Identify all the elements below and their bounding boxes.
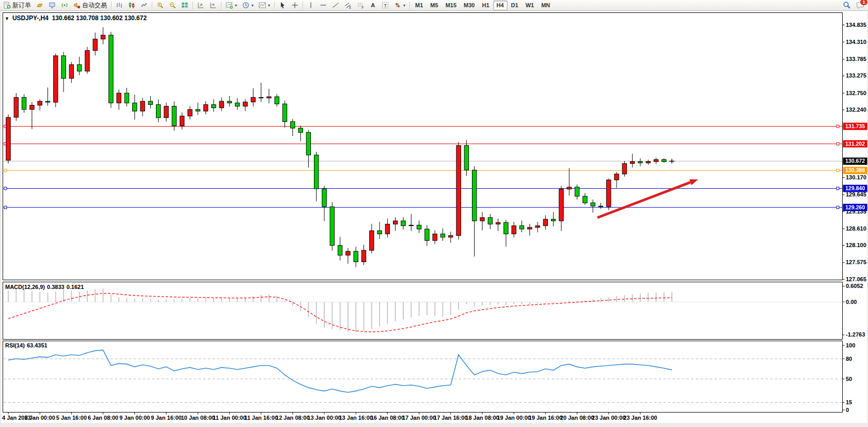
autotrading-button[interactable]: 自动交易 <box>71 0 109 11</box>
new-chart-dropdown[interactable]: ▾ <box>223 0 240 11</box>
tf-m1-button[interactable]: M1 <box>412 1 427 10</box>
tf-m30-button[interactable]: M30 <box>460 1 478 10</box>
toolbar-separator <box>303 2 303 9</box>
line-handle[interactable] <box>837 143 839 145</box>
candle-up <box>117 93 121 103</box>
mql-market-icon[interactable] <box>34 0 46 11</box>
line-handle[interactable] <box>837 125 839 128</box>
candle-down <box>227 101 231 103</box>
tile-windows-icon[interactable] <box>179 0 191 11</box>
svg-text:129.645: 129.645 <box>846 191 866 197</box>
svg-text:127.575: 127.575 <box>846 259 866 265</box>
tf-m15-button[interactable]: M15 <box>442 1 460 10</box>
search-button[interactable] <box>840 0 854 11</box>
label-icon[interactable]: T <box>379 0 391 11</box>
svg-text:0: 0 <box>846 407 849 413</box>
horizontal-line-icon[interactable] <box>317 0 329 11</box>
tf-mn-button[interactable]: MN <box>538 1 554 10</box>
candle-down <box>314 155 319 189</box>
cursor-icon[interactable] <box>276 0 289 11</box>
candle-down <box>306 132 310 155</box>
candle-down <box>291 121 295 128</box>
new-order-button[interactable]: 新订单 <box>1 0 34 11</box>
toolbar-separator <box>274 2 275 9</box>
chart-shift-icon[interactable] <box>195 0 207 11</box>
svg-text:E: E <box>349 6 352 9</box>
zoom-in-icon-icon <box>156 2 164 9</box>
toolbar-separator <box>193 2 193 9</box>
candle-down <box>235 103 240 106</box>
market-watch-icon[interactable] <box>46 0 58 11</box>
tf-w1-button[interactable]: W1 <box>522 1 538 10</box>
candle-down <box>425 229 429 240</box>
fibonacci-icon[interactable]: F <box>354 0 367 11</box>
auto-scroll-icon[interactable] <box>207 0 219 11</box>
chart-shift-icon-icon <box>197 2 204 9</box>
svg-text:0.6052: 0.6052 <box>846 283 863 289</box>
shapes-dropdown[interactable]: ▾ <box>391 0 408 11</box>
svg-text:130.170: 130.170 <box>846 174 866 180</box>
zoom-out-icon[interactable] <box>166 0 179 11</box>
new-chart-icon <box>226 2 233 9</box>
line-chart-icon[interactable] <box>138 0 150 11</box>
tf-d1-button[interactable]: D1 <box>508 1 522 10</box>
toolbar-separator <box>152 2 152 9</box>
tf-m5-button[interactable]: M5 <box>427 1 441 10</box>
line-handle[interactable] <box>4 206 7 209</box>
tf-h4-button[interactable]: H4 <box>493 1 508 10</box>
tf-h1-button[interactable]: H1 <box>478 1 493 10</box>
candle-down <box>275 97 279 104</box>
signals-icon[interactable] <box>58 0 71 11</box>
candle-up <box>385 224 389 234</box>
candle-down <box>464 145 468 170</box>
trendline-icon[interactable] <box>329 0 342 11</box>
line-handle[interactable] <box>837 169 839 172</box>
symbol-period-label: USDJPY-,H4 <box>12 14 49 22</box>
text-icon[interactable]: A <box>367 0 379 11</box>
templates-dropdown[interactable]: ▾ <box>256 0 273 11</box>
svg-text:133.785: 133.785 <box>846 56 866 62</box>
bar-chart-icon[interactable] <box>113 0 125 11</box>
macd-signal-value: 0.1621 <box>67 284 84 290</box>
periodicity-dropdown[interactable]: ▾ <box>240 0 256 11</box>
crosshair-icon[interactable] <box>289 0 301 11</box>
candle-up <box>93 39 97 51</box>
candle-down <box>472 170 477 221</box>
line-handle[interactable] <box>4 187 7 190</box>
candle-down <box>575 187 579 196</box>
candle-down <box>45 101 50 102</box>
chart-canvas[interactable]: 134.835134.310133.785133.275132.750132.2… <box>0 0 868 427</box>
line-handle[interactable] <box>837 206 839 209</box>
vertical-line-icon-icon <box>307 2 314 9</box>
time-axis-label: 11 Jan 00:00 <box>213 415 246 421</box>
line-handle[interactable] <box>4 169 7 172</box>
candle-up <box>346 251 350 255</box>
svg-text:50: 50 <box>846 376 852 382</box>
candle-down <box>298 128 303 132</box>
candle-down <box>61 56 66 79</box>
symbol-dropdown-icon[interactable]: ▼ <box>5 16 9 21</box>
ohlc-values: 130.662 130.708 130.602 130.672 <box>52 14 147 22</box>
candle-up <box>30 105 34 110</box>
candle-up <box>243 102 247 106</box>
time-axis-label: 13 Jan 16:00 <box>339 415 372 421</box>
chat-button[interactable]: 1 <box>854 0 867 11</box>
line-handle[interactable] <box>837 187 839 190</box>
svg-text:128.100: 128.100 <box>846 242 866 248</box>
channel-icon[interactable]: E <box>342 0 354 11</box>
time-axis-label: 10 Jan 08:00 <box>181 415 214 421</box>
candle-down <box>322 189 326 207</box>
crosshair-icon-icon <box>291 2 298 9</box>
autotrading-icon <box>73 2 81 9</box>
trendline-icon-icon <box>332 2 339 9</box>
candlestick-chart-icon[interactable] <box>125 0 138 11</box>
candle-up <box>607 180 611 207</box>
candle-up <box>393 221 398 224</box>
candle-up <box>101 35 105 39</box>
vertical-line-icon[interactable] <box>305 0 317 11</box>
svg-text:133.275: 133.275 <box>846 72 866 79</box>
svg-text:127.065: 127.065 <box>846 276 866 282</box>
candle-down <box>583 196 587 203</box>
zoom-in-icon[interactable] <box>154 0 166 11</box>
svg-text:0.00: 0.00 <box>846 299 857 305</box>
